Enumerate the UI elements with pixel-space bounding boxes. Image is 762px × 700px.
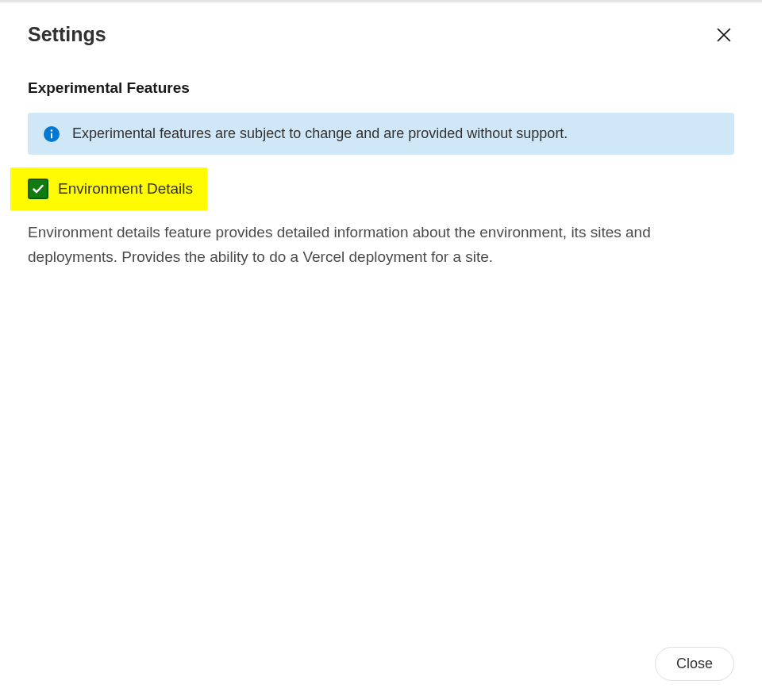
dialog-footer: Close [655,647,734,681]
info-icon [44,126,60,142]
svg-rect-3 [51,133,52,138]
experimental-features-section: Experimental Features Experimental featu… [28,65,734,270]
close-icon[interactable] [714,25,734,45]
environment-details-label: Environment Details [58,180,193,198]
info-banner: Experimental features are subject to cha… [28,113,734,155]
section-heading: Experimental Features [28,79,734,97]
environment-details-row: Environment Details [10,167,207,210]
page-title: Settings [28,23,106,46]
close-button[interactable]: Close [655,647,734,681]
dialog-header: Settings [28,2,734,65]
feature-description: Environment details feature provides det… [28,220,710,270]
svg-point-4 [51,129,53,132]
environment-details-checkbox[interactable] [28,179,48,199]
info-banner-text: Experimental features are subject to cha… [72,125,568,142]
